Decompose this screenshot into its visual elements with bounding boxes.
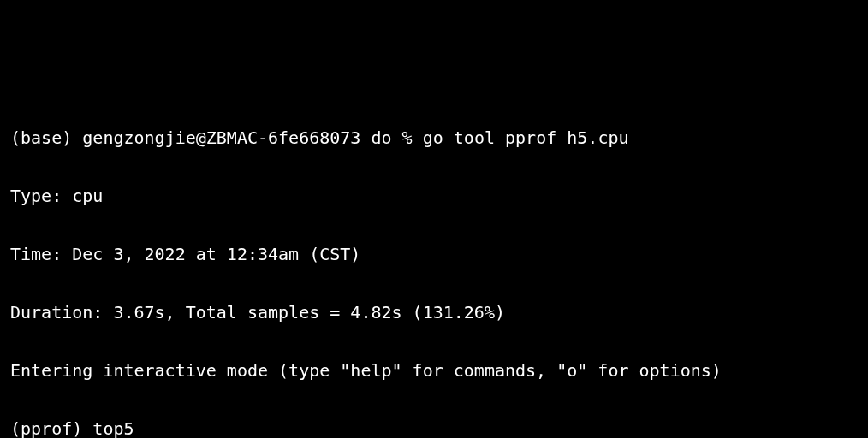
pprof-prompt: (pprof)	[10, 418, 82, 438]
prompt-sep: %	[402, 127, 413, 148]
cwd: do	[371, 127, 391, 148]
type-line: Type: cpu	[10, 181, 858, 210]
user-host: gengzongjie@ZBMAC-6fe668073	[82, 127, 360, 148]
env-label: (base)	[10, 127, 72, 148]
time-line: Time: Dec 3, 2022 at 12:34am (CST)	[10, 240, 858, 269]
command-input[interactable]: go tool pprof h5.cpu	[423, 127, 629, 148]
shell-prompt-line: (base) gengzongjie@ZBMAC-6fe668073 do % …	[10, 123, 858, 152]
pprof-prompt-line: (pprof) top5	[10, 414, 858, 438]
duration-line: Duration: 3.67s, Total samples = 4.82s (…	[10, 298, 858, 327]
pprof-command[interactable]: top5	[92, 418, 134, 438]
mode-line: Entering interactive mode (type "help" f…	[10, 356, 858, 385]
